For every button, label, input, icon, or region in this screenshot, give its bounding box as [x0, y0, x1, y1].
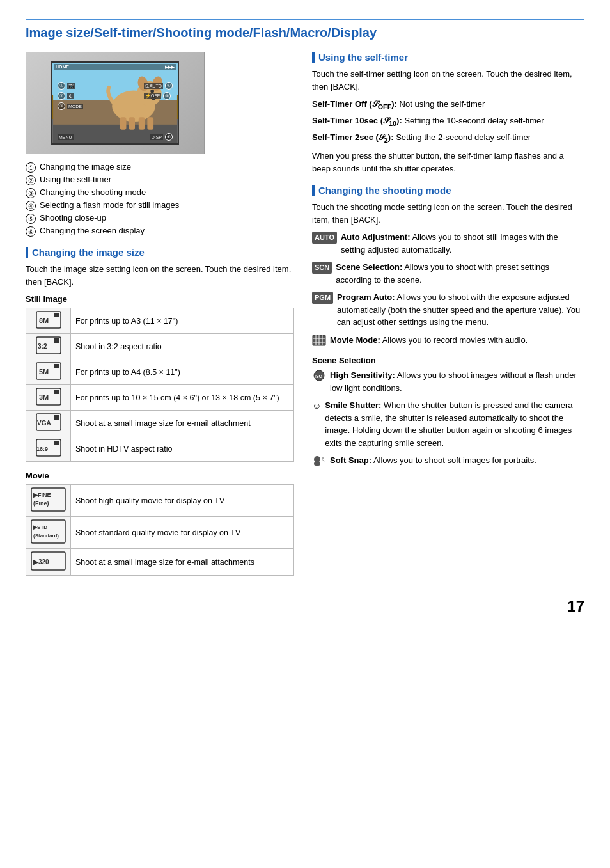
svg-rect-18	[54, 338, 59, 343]
svg-point-49	[322, 457, 324, 459]
icon-fine: ▶FINE (Fine)	[26, 485, 71, 517]
svg-rect-10	[129, 117, 135, 129]
self-timer-intro: Touch the self-timer setting icon on the…	[312, 68, 584, 93]
table-row: 5M For prints up to A4 (8.5 × 11")	[26, 359, 294, 385]
svg-text:▶320: ▶320	[33, 558, 49, 565]
icon-std: ▶STD (Standard)	[26, 517, 71, 549]
icon-3m: 3M	[26, 385, 71, 411]
icon-8m: 8M	[26, 308, 71, 334]
still-image-label: Still image	[26, 294, 294, 304]
table-row: 3M For prints up to 10 × 15 cm (4 × 6") …	[26, 385, 294, 411]
svg-text:VGA: VGA	[37, 420, 51, 427]
svg-text:8M: 8M	[39, 317, 49, 324]
svg-rect-21	[54, 364, 59, 368]
svg-text:5M: 5M	[39, 368, 49, 375]
list-item: ①Changing the image size	[26, 162, 294, 173]
self-timer-2sec: Self-Timer 2sec (𝒮2): Setting the 2-seco…	[312, 131, 584, 145]
mode-auto: AUTO Auto Adjustment: Allows you to shoo…	[312, 231, 584, 256]
image-size-section: Changing the image size Touch the image …	[26, 247, 294, 576]
svg-text:▶STD: ▶STD	[33, 525, 47, 530]
shooting-mode-section: Changing the shooting mode Touch the sho…	[312, 185, 584, 470]
right-column: Using the self-timer Touch the self-time…	[312, 52, 584, 585]
svg-text:▶FINE: ▶FINE	[33, 492, 51, 498]
icon-5m: 5M	[26, 359, 71, 385]
table-row: ▶STD (Standard) Shoot standard quality m…	[26, 517, 294, 549]
svg-rect-24	[54, 390, 59, 394]
svg-rect-34	[31, 520, 65, 543]
pgm-icon: PGM	[312, 292, 333, 304]
page-number-container: 17	[26, 597, 584, 615]
svg-text:3M: 3M	[39, 393, 49, 401]
svg-text:(Fine): (Fine)	[33, 500, 49, 507]
soft-snap-icon	[312, 455, 326, 470]
list-item: ②Using the self-timer	[26, 175, 294, 185]
scn-icon: SCN	[312, 262, 332, 274]
list-item: ⑤Shooting close-up	[26, 213, 294, 224]
scene-soft-snap: Soft Snap: Allows you to shoot soft imag…	[312, 454, 584, 470]
smile-icon: ☺	[312, 399, 321, 413]
list-item: ④Selecting a flash mode for still images	[26, 200, 294, 211]
mode-movie: Movie Mode: Allows you to record movies …	[312, 334, 584, 350]
scene-high-sensitivity: ISO High Sensitivity: Allows you to shoo…	[312, 369, 584, 394]
icon-3-2: 3:2	[26, 334, 71, 359]
svg-rect-15	[54, 313, 59, 317]
svg-text:(Standard): (Standard)	[33, 533, 59, 539]
numbered-list: ①Changing the image size ②Using the self…	[26, 162, 294, 237]
svg-text:ISO: ISO	[315, 374, 323, 379]
list-item: ⑥Changing the screen display	[26, 226, 294, 237]
svg-rect-27	[54, 415, 59, 420]
image-size-title: Changing the image size	[26, 247, 294, 258]
page-number: 17	[567, 597, 584, 615]
svg-rect-11	[139, 117, 145, 129]
svg-rect-12	[147, 117, 153, 129]
mode-scn: SCN Scene Selection: Allows you to shoot…	[312, 261, 584, 286]
icon-320: ▶320	[26, 549, 71, 576]
self-timer-footer: When you press the shutter button, the s…	[312, 150, 584, 175]
self-timer-10sec: Self-Timer 10sec (𝒮10): Setting the 10-s…	[312, 114, 584, 129]
movie-label: Movie	[26, 471, 294, 480]
table-row: 16:9 Shoot in HDTV aspect ratio	[26, 436, 294, 462]
page-header: Image size/Self-timer/Shooting mode/Flas…	[26, 19, 584, 40]
iso-icon: ISO	[312, 370, 326, 385]
scene-smile-shutter: ☺ Smile Shutter: When the shutter button…	[312, 399, 584, 449]
icon-vga: VGA	[26, 411, 71, 436]
scene-selection-label: Scene Selection	[312, 356, 584, 365]
self-timer-title: Using the self-timer	[312, 52, 584, 63]
icon-16-9: 16:9	[26, 436, 71, 462]
camera-diagram: HOME ▶▶▶ ① 📷 ② ⏱ ③	[26, 52, 205, 154]
table-row: VGA Shoot at a small image size for e-ma…	[26, 411, 294, 436]
svg-line-50	[322, 459, 325, 461]
table-row: 8M For prints up to A3 (11 × 17")	[26, 308, 294, 334]
movie-mode-icon	[312, 335, 326, 350]
still-image-table: 8M For prints up to A3 (11 × 17") 3:2	[26, 308, 294, 462]
list-item: ③Changing the shooting mode	[26, 187, 294, 198]
table-row: 3:2 Shoot in 3:2 aspect ratio	[26, 334, 294, 359]
movie-table: ▶FINE (Fine) Shoot high quality movie fo…	[26, 484, 294, 576]
mode-pgm: PGM Program Auto: Allows you to shoot wi…	[312, 291, 584, 329]
page-title: Image size/Self-timer/Shooting mode/Flas…	[26, 26, 584, 40]
shooting-mode-title: Changing the shooting mode	[312, 185, 584, 196]
left-column: HOME ▶▶▶ ① 📷 ② ⏱ ③	[26, 52, 294, 585]
auto-icon: AUTO	[312, 232, 337, 244]
svg-text:16:9: 16:9	[36, 446, 48, 452]
svg-text:3:2: 3:2	[38, 343, 47, 350]
table-row: ▶320 Shoot at a small image size for e-m…	[26, 549, 294, 576]
self-timer-off: Self-Timer Off (𝒮OFF): Not using the sel…	[312, 98, 584, 112]
shooting-mode-intro: Touch the shooting mode setting icon on …	[312, 201, 584, 226]
svg-rect-48	[314, 462, 320, 466]
svg-rect-9	[120, 117, 127, 129]
svg-point-47	[314, 456, 320, 462]
svg-rect-30	[54, 441, 59, 445]
table-row: ▶FINE (Fine) Shoot high quality movie fo…	[26, 485, 294, 517]
self-timer-section: Using the self-timer Touch the self-time…	[312, 52, 584, 175]
image-size-intro: Touch the image size setting icon on the…	[26, 263, 294, 288]
